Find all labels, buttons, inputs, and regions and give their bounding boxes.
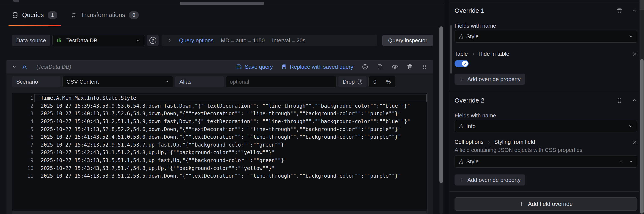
code-line[interactable]: 1Time,A,Min,Max,Info,State,Style — [12, 94, 427, 102]
drag-handle-icon[interactable] — [422, 64, 428, 70]
add-field-override-button[interactable]: Add field override — [454, 197, 637, 211]
property-name: Hide in table — [478, 51, 509, 57]
plus-icon — [459, 77, 464, 82]
drop-label: Drop i — [338, 76, 366, 88]
query-options-md: MD = auto = 1150 — [221, 37, 265, 44]
collapse-override-chevron-icon[interactable] — [632, 8, 637, 13]
options-pane-scrollbar-cap — [640, 0, 644, 10]
replace-with-saved-query-button[interactable]: Replace with saved query — [281, 64, 353, 70]
override-2-header: Override 2 — [454, 96, 637, 105]
breadcrumb-chevron-icon — [487, 140, 491, 144]
add-override-property-button[interactable]: Add override property — [454, 74, 525, 85]
line-number: 8 — [12, 150, 34, 155]
query-row-header[interactable]: A (TestData DB) Save query — [6, 60, 433, 73]
remove-property-x-icon[interactable] — [632, 139, 637, 145]
string-field-type-icon: A — [458, 33, 463, 40]
query-pane-scrollbar — [440, 26, 443, 214]
tab-transformations[interactable]: Transformations 0 — [67, 4, 142, 26]
query-pane-scrollbar-thumb[interactable] — [440, 26, 443, 183]
code-line-text: 2025-10-27 15:43:43,53.7,51.4,54.8,up,Up… — [34, 165, 275, 171]
override-1-field-select[interactable]: A Style — [454, 30, 637, 43]
tab-queries[interactable]: Queries 1 — [8, 4, 61, 26]
code-line[interactable]: 52025-10-27 15:41:13,52.8,52.2,54.6,down… — [12, 125, 427, 133]
queries-content: Data source TestData DB — [0, 26, 444, 214]
remove-property-x-icon[interactable] — [632, 51, 637, 57]
override-2-field-select[interactable]: A Info — [454, 120, 637, 132]
string-field-type-icon: A — [458, 158, 463, 165]
line-number: 3 — [12, 110, 34, 116]
concentric-circles-icon[interactable] — [362, 64, 368, 70]
alias-label: Alias — [175, 76, 224, 88]
info-icon: i — [358, 79, 362, 85]
hide-in-table-toggle[interactable] — [454, 60, 468, 67]
code-line-text: 2025-10-27 15:42:13,52.9,51.4,53.7,up fa… — [34, 142, 287, 148]
query-datasource-hint: (TestData DB) — [36, 64, 72, 70]
scenario-select[interactable]: CSV Content — [62, 76, 173, 88]
tab-count-badge: 0 — [129, 11, 138, 19]
code-line[interactable]: 22025-10-27 15:39:43,53.9,53.6,54.3,down… — [12, 102, 427, 110]
delete-override-trash-icon[interactable] — [616, 97, 623, 104]
plus-icon — [519, 201, 524, 207]
grafana-panel-editor: Queries 1 Transformations 0 Data source — [0, 0, 644, 214]
query-options-toggle[interactable]: Query options MD = auto = 1150 Interval … — [162, 35, 377, 46]
code-line[interactable]: 32025-10-27 15:40:13,53.7,52.6,54.9,down… — [12, 110, 427, 118]
code-lines: 1Time,A,Min,Max,Info,State,Style22025-10… — [12, 93, 427, 180]
add-override-property-button[interactable]: Add override property — [454, 174, 525, 186]
code-line[interactable]: 42025-10-27 15:40:43,53.2,51.1,53.9,down… — [12, 118, 427, 125]
duplicate-query-icon[interactable] — [377, 64, 383, 70]
override-2-title: Override 2 — [454, 97, 484, 104]
line-number: 1 — [12, 95, 34, 101]
chevron-right-icon — [167, 38, 172, 43]
code-line[interactable]: 102025-10-27 15:43:43,53.7,51.4,54.8,up,… — [12, 164, 427, 172]
help-icon: ? — [150, 37, 156, 44]
styling-field-select[interactable]: A Style — [454, 155, 637, 168]
query-row-card: A (TestData DB) Save query — [6, 60, 433, 214]
datasource-value: TestData DB — [66, 37, 98, 44]
code-line[interactable]: 82025-10-27 15:42:43,53.1,51.2,54.8,up,U… — [12, 149, 427, 157]
datasource-picker[interactable]: TestData DB — [52, 35, 145, 46]
clear-selection-x-icon[interactable] — [619, 159, 623, 164]
delete-override-trash-icon[interactable] — [616, 7, 623, 14]
chevron-down-icon — [136, 38, 141, 43]
hide-in-table-toggle-row — [454, 60, 637, 67]
code-line-text: 2025-10-27 15:41:13,52.8,52.2,54.6,down,… — [34, 126, 401, 132]
code-line-text: 2025-10-27 15:39:43,53.9,53.6,54.3,down … — [34, 103, 410, 109]
query-inspector-button[interactable]: Query inspector — [382, 35, 433, 46]
alias-input[interactable] — [226, 76, 336, 88]
code-line[interactable]: 72025-10-27 15:42:13,52.9,51.4,53.7,up f… — [12, 141, 427, 149]
drop-percent-input[interactable] — [373, 79, 382, 85]
options-pane-scrollbar-thumb[interactable] — [640, 59, 644, 214]
line-number: 5 — [12, 126, 34, 132]
query-editor-body: Scenario CSV Content Alias Drop i — [6, 73, 433, 214]
code-line[interactable]: 62025-10-27 15:41:43,52.4,51.0,53.0,down… — [12, 133, 427, 141]
code-line-text: Time,A,Min,Max,Info,State,Style — [34, 95, 136, 101]
property-name: Styling from field — [494, 139, 535, 145]
code-line[interactable]: 92025-10-27 15:43:13,53.5,51.1,54.8,up f… — [12, 157, 427, 164]
query-ref-id: A — [22, 63, 27, 70]
toggle-check-icon — [462, 61, 468, 67]
query-options-label: Query options — [179, 37, 214, 44]
options-inner-scrollbar-thumb[interactable] — [450, 25, 452, 74]
transform-icon — [70, 12, 77, 18]
hide-query-eye-icon[interactable] — [392, 64, 398, 70]
datasource-help-button[interactable]: ? — [147, 35, 158, 46]
editor-horizontal-scrollbar[interactable] — [12, 211, 427, 214]
collapse-chevron-icon[interactable] — [12, 64, 16, 69]
chevron-down-icon — [628, 124, 633, 128]
line-number: 10 — [12, 165, 34, 171]
pane-divider[interactable] — [444, 0, 449, 214]
save-query-button[interactable]: Save query — [236, 64, 273, 70]
override-2-property-row: Cell options Styling from field — [454, 139, 637, 145]
csv-content-editor[interactable]: 1Time,A,Min,Max,Info,State,Style22025-10… — [12, 93, 428, 214]
code-line-text: 2025-10-27 15:40:13,53.7,52.6,54.9,down,… — [34, 110, 401, 116]
query-options-interval: Interval = 20s — [272, 37, 306, 44]
override-1-header: Override 1 — [454, 6, 637, 15]
testdata-datasource-icon — [56, 37, 63, 44]
code-line[interactable]: 112025-10-27 15:44:13,53.3,51.2,53.5,dow… — [12, 172, 427, 180]
code-line-text: 2025-10-27 15:43:13,53.5,51.1,54.8,up fa… — [34, 157, 287, 163]
delete-query-trash-icon[interactable] — [406, 64, 413, 70]
collapse-override-chevron-icon[interactable] — [632, 98, 637, 103]
styling-from-field-description: A field containing JSON objects with CSS… — [454, 147, 637, 153]
drop-label-text: Drop — [343, 79, 354, 85]
datasource-label: Data source — [12, 35, 50, 46]
